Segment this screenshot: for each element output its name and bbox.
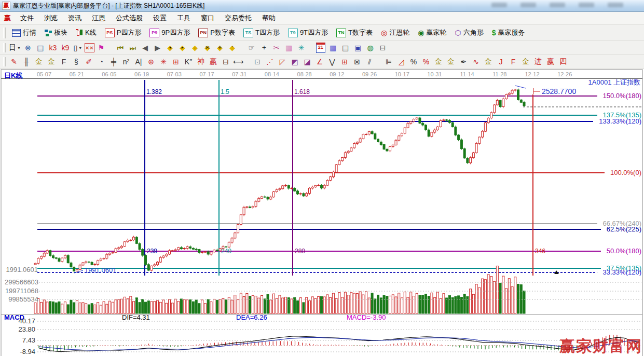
- angle-ruler-icon[interactable]: ✂: [271, 42, 282, 53]
- span-arrow-icon[interactable]: ⟷: [232, 56, 244, 67]
- menu-item-4[interactable]: 公式选股: [111, 12, 148, 24]
- circle-cross-icon[interactable]: ⊕: [145, 56, 157, 67]
- 9p-square-button[interactable]: P99P四方形: [145, 26, 194, 39]
- f-angle-icon[interactable]: F: [508, 56, 519, 67]
- p-square-button[interactable]: PSP四方形: [101, 26, 146, 39]
- expand-grid-icon[interactable]: ◆⁘: [227, 42, 238, 53]
- t-square-button[interactable]: TST四方形: [239, 26, 284, 39]
- menu-item-6[interactable]: 工具: [172, 12, 196, 24]
- toolbar-drag-handle[interactable]: [3, 28, 6, 38]
- percent-triangle-icon[interactable]: ◿: [395, 56, 407, 67]
- kline-chart-svg[interactable]: 05-0705-2106-0506-1907-0307-1707-3108-14…: [0, 69, 644, 356]
- gold-level-icon[interactable]: 金: [445, 56, 457, 67]
- wave-tool-icon[interactable]: ⋁: [326, 56, 338, 67]
- menu-item-1[interactable]: 浏览: [39, 12, 63, 24]
- gold-angle2-icon[interactable]: 金: [520, 56, 531, 67]
- gold-circle-icon[interactable]: 金: [433, 56, 444, 67]
- toolbar-drag-handle[interactable]: [3, 57, 6, 66]
- winner-service-button[interactable]: $赢家服务: [488, 26, 529, 39]
- kline-3-icon[interactable]: k3: [47, 42, 59, 53]
- calendar-21-icon[interactable]: 21: [315, 42, 326, 53]
- star-grid-icon[interactable]: ✳: [158, 56, 169, 67]
- 9t-square-button[interactable]: T99T四方形: [284, 26, 332, 39]
- kline-9-icon[interactable]: k9: [60, 42, 71, 53]
- si-angle-icon[interactable]: 四: [557, 56, 569, 67]
- line-grid-icon[interactable]: ╪: [108, 56, 119, 67]
- menu-item-7[interactable]: 窗口: [196, 12, 220, 24]
- crosshair-icon[interactable]: ＋: [258, 42, 270, 53]
- shaded-box-icon[interactable]: ◩: [289, 56, 300, 67]
- calculator-icon[interactable]: ▦: [327, 42, 339, 53]
- pen3-tool-icon[interactable]: ✒: [458, 56, 469, 67]
- first-page-button[interactable]: ⏮: [115, 42, 126, 53]
- scale-right-icon[interactable]: ◆▸: [177, 42, 188, 53]
- red-grid-icon[interactable]: ⊞: [339, 56, 350, 67]
- menu-item-2[interactable]: 资讯: [63, 12, 87, 24]
- wave-band-icon[interactable]: ∿: [470, 56, 482, 67]
- menu-item-9[interactable]: 帮助: [257, 12, 281, 24]
- chart-area[interactable]: 05-0705-2106-0506-1907-0307-1707-3108-14…: [0, 69, 644, 356]
- next-page-button[interactable]: ▶: [152, 42, 163, 53]
- flag-icon[interactable]: ⚑: [95, 42, 107, 53]
- pen-tool-icon[interactable]: ✎: [8, 56, 20, 67]
- parallel-lines-icon[interactable]: ⫽: [364, 56, 375, 67]
- percent-icon[interactable]: %: [408, 56, 419, 67]
- spiral-icon[interactable]: §: [71, 56, 82, 67]
- k-lines-icon[interactable]: K″: [183, 56, 194, 67]
- percent-line-icon[interactable]: %: [420, 56, 432, 67]
- number-grid-icon[interactable]: ⊟: [220, 56, 231, 67]
- gold-grid-icon[interactable]: 金: [33, 56, 45, 67]
- gold-grid2-icon[interactable]: 金: [46, 56, 57, 67]
- quote-button[interactable]: 行情: [8, 26, 40, 39]
- notes-icon[interactable]: ▤: [340, 42, 351, 53]
- candle-style-dropdown[interactable]: ▯▼: [72, 42, 84, 53]
- fan-lines-icon[interactable]: ⋰: [264, 56, 276, 67]
- angle-line-icon[interactable]: ∠: [314, 56, 325, 67]
- pen2-tool-icon[interactable]: ✐: [83, 56, 94, 67]
- gann-wheel-button[interactable]: ◎江恩轮: [377, 26, 414, 39]
- candlestick-series[interactable]: [34, 88, 525, 272]
- expand-icon[interactable]: ◆✛: [214, 42, 226, 53]
- last-page-button[interactable]: ⏭: [127, 42, 139, 53]
- info-panel-icon[interactable]: ▤: [35, 42, 46, 53]
- sector-button[interactable]: 板块: [40, 26, 72, 39]
- box-tool-icon[interactable]: ⊡: [252, 56, 263, 67]
- prev-page-button[interactable]: ◀: [140, 42, 151, 53]
- t-table-button[interactable]: TNT数字表: [332, 26, 377, 39]
- toolbar-drag-handle[interactable]: [3, 43, 6, 52]
- measure-icon[interactable]: ▦: [283, 42, 295, 53]
- p-table-button[interactable]: PNP数字表: [194, 26, 239, 39]
- n-square-icon[interactable]: n²: [120, 56, 132, 67]
- winner-wheel-button[interactable]: ◉赢家轮: [414, 26, 450, 39]
- network-icon[interactable]: ◍: [365, 42, 376, 53]
- mirror-text-icon[interactable]: A|: [133, 56, 144, 67]
- menu-item-5[interactable]: 设置: [148, 12, 172, 24]
- menu-item-0[interactable]: 文件: [15, 12, 39, 24]
- jin-angle-icon[interactable]: 进: [532, 56, 544, 67]
- shen-tool-icon[interactable]: 神: [195, 56, 207, 67]
- j-angle-icon[interactable]: J: [495, 56, 506, 67]
- save-icon[interactable]: ▣: [352, 42, 364, 53]
- scale-h-icon[interactable]: ◆↔: [189, 42, 201, 53]
- win-angle-icon[interactable]: 赢: [545, 56, 556, 67]
- scale-left-icon[interactable]: ◆◂: [165, 42, 176, 53]
- hexagon-button[interactable]: ⬡六角形: [450, 26, 487, 39]
- gann-net-icon[interactable]: ⊛: [22, 42, 34, 53]
- compress-icon[interactable]: ◆⋈: [202, 42, 213, 53]
- hand-tool-icon[interactable]: ☞: [246, 42, 257, 53]
- triangle-fan-icon[interactable]: ◸: [277, 56, 288, 67]
- print-icon[interactable]: ⊟: [377, 42, 389, 53]
- dark-grid-icon[interactable]: ⊠: [351, 56, 363, 67]
- time-cycle-icon[interactable]: ◔: [95, 56, 107, 67]
- kline-button[interactable]: K线: [72, 26, 101, 39]
- period-daily-dropdown[interactable]: 日▼: [8, 42, 21, 53]
- win-tool-icon[interactable]: 赢: [208, 56, 219, 67]
- price-table-icon[interactable]: ⊫: [383, 56, 394, 67]
- spiral-box-icon[interactable]: ◪: [302, 56, 313, 67]
- smart-brain-icon[interactable]: ✳: [296, 42, 307, 53]
- gold-angle-icon[interactable]: 金: [483, 56, 494, 67]
- square-grid-icon[interactable]: ⊞: [170, 56, 182, 67]
- grid-lines-icon[interactable]: ╫: [21, 56, 32, 67]
- menu-item-3[interactable]: 江恩: [87, 12, 111, 24]
- delete-lines-icon[interactable]: ✕✕: [85, 43, 94, 52]
